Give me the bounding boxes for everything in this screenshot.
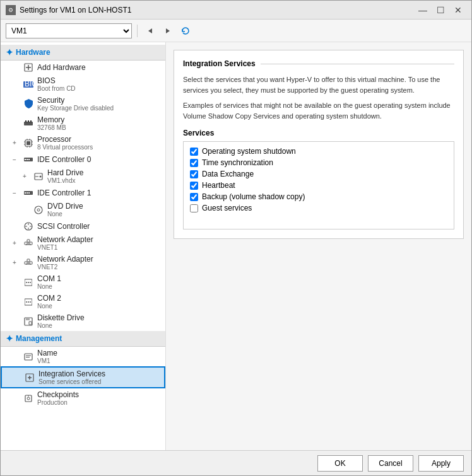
svg-rect-31	[28, 192, 30, 194]
main-panel: Integration Services Select the services…	[166, 42, 471, 450]
integration-services-panel: Integration Services Select the services…	[174, 50, 464, 239]
sidebar-item-com1[interactable]: COM 1 None	[1, 272, 165, 292]
cancel-button[interactable]: Cancel	[368, 455, 413, 472]
svg-rect-60	[26, 318, 30, 320]
sidebar-item-scsi[interactable]: SCSI Controller	[1, 219, 165, 233]
back-button[interactable]	[143, 23, 158, 38]
hard-drive-icon	[33, 171, 44, 182]
network-adapter-2-label: Network Adapter VNET2	[37, 255, 93, 270]
titlebar-controls: — ☐ ✕	[415, 4, 466, 16]
ide0-label: IDE Controller 0	[37, 155, 91, 164]
dvd-drive-label: DVD Drive None	[47, 202, 83, 218]
toolbar: VM1	[1, 20, 471, 42]
checkbox-guest-services[interactable]	[190, 204, 198, 212]
bottom-bar: OK Cancel Apply	[1, 450, 471, 475]
apply-button[interactable]: Apply	[418, 455, 464, 472]
expand-icon-ide0: −	[11, 156, 18, 163]
svg-rect-9	[28, 120, 29, 122]
com2-label: COM 2 None	[37, 294, 61, 310]
sidebar-item-processor[interactable]: + Processor 8 Virtual processors	[1, 133, 165, 153]
refresh-button[interactable]	[178, 23, 193, 38]
service-backup: Backup (volume shadow copy)	[190, 191, 447, 202]
management-section-header: ✦ Management	[1, 331, 165, 347]
add-hardware-icon	[23, 62, 33, 73]
description-text: Select the services that you want Hyper-…	[183, 74, 454, 95]
sidebar-item-network-adapter-1[interactable]: + Network Adapter VNET1	[1, 233, 165, 253]
security-label: Security Key Storage Drive disabled	[37, 96, 114, 112]
network-adapter-1-icon	[23, 238, 33, 248]
checkbox-backup[interactable]	[190, 193, 198, 201]
service-data-exchange: Data Exchange	[190, 168, 447, 180]
svg-point-56	[26, 301, 27, 303]
minimize-button[interactable]: —	[415, 4, 431, 16]
toolbar-separator	[137, 25, 138, 37]
add-hardware-label: Add Hardware	[37, 63, 86, 72]
service-os-shutdown-label: Operating system shutdown	[202, 147, 296, 156]
window-title: Settings for VM1 on LON-HOST1	[20, 6, 411, 15]
svg-rect-10	[30, 120, 32, 122]
sidebar-item-bios[interactable]: BIOS BIOS Boot from CD	[1, 74, 165, 94]
svg-point-58	[30, 301, 31, 303]
svg-rect-46	[27, 259, 30, 262]
svg-rect-47	[30, 262, 32, 264]
ok-button[interactable]: OK	[317, 455, 363, 472]
expand-icon-integration	[12, 374, 20, 381]
expand-icon-bios	[11, 81, 18, 88]
close-button[interactable]: ✕	[450, 4, 466, 16]
sidebar-item-com2[interactable]: COM 2 None	[1, 292, 165, 311]
sidebar-item-security[interactable]: Security Key Storage Drive disabled	[1, 94, 165, 113]
sidebar-item-dvd-drive[interactable]: DVD Drive None	[1, 200, 165, 219]
sidebar-item-checkpoints[interactable]: Checkpoints Production	[1, 388, 165, 408]
svg-point-26	[40, 175, 42, 177]
network-adapter-1-label: Network Adapter VNET1	[37, 235, 93, 251]
main-window: ⚙ Settings for VM1 on LON-HOST1 — ☐ ✕ VM…	[0, 0, 472, 476]
forward-button[interactable]	[160, 23, 175, 38]
sidebar-item-name[interactable]: Name VM1	[1, 347, 165, 366]
sidebar-item-add-hardware[interactable]: Add Hardware	[1, 61, 165, 74]
sidebar-item-ide1[interactable]: − IDE Controller 1	[1, 186, 165, 200]
vm-selector[interactable]: VM1	[6, 23, 132, 38]
panel-header: Integration Services	[183, 59, 454, 68]
panel-title: Integration Services	[183, 59, 256, 68]
expand-icon-security	[11, 100, 18, 108]
com1-icon	[23, 277, 33, 287]
processor-icon	[23, 138, 33, 148]
sidebar-item-diskette[interactable]: Diskette Drive None	[1, 311, 165, 331]
scsi-icon	[23, 221, 33, 231]
panel-title-divider	[261, 64, 454, 64]
security-icon	[23, 99, 33, 109]
com1-label: COM 1 None	[37, 274, 61, 290]
sidebar-item-network-adapter-2[interactable]: + Network Adapter VNET2	[1, 253, 165, 272]
expand-icon-scsi	[11, 223, 18, 230]
svg-point-52	[26, 282, 27, 283]
expand-icon-com1	[11, 279, 18, 286]
service-data-exchange-label: Data Exchange	[202, 170, 254, 178]
svg-rect-29	[25, 192, 26, 194]
svg-point-54	[30, 282, 31, 283]
checkbox-time-sync[interactable]	[190, 159, 198, 167]
svg-point-32	[35, 206, 42, 214]
dvd-drive-icon	[33, 205, 44, 215]
hardware-star-icon: ✦	[6, 47, 13, 57]
checkbox-heartbeat[interactable]	[190, 182, 198, 190]
memory-label: Memory 32768 MB	[37, 115, 66, 131]
sidebar-item-integration-services[interactable]: Integration Services Some services offer…	[1, 366, 165, 388]
sidebar-item-hard-drive[interactable]: + Hard Drive VM1.vhdx	[1, 166, 165, 186]
svg-marker-1	[166, 28, 170, 33]
checkbox-os-shutdown[interactable]	[190, 148, 198, 156]
expand-icon-processor: +	[11, 139, 18, 147]
checkbox-data-exchange[interactable]	[190, 170, 198, 178]
svg-rect-40	[27, 240, 30, 242]
content-area: ✦ Hardware Add Hardware BIOS	[1, 42, 471, 450]
checkpoints-icon	[23, 393, 33, 403]
sidebar-item-ide0[interactable]: − IDE Controller 0	[1, 153, 165, 166]
svg-point-69	[27, 397, 30, 400]
sidebar: ✦ Hardware Add Hardware BIOS	[1, 42, 166, 450]
examples-text: Examples of services that might not be a…	[183, 100, 454, 121]
maximize-button[interactable]: ☐	[432, 4, 449, 16]
sidebar-item-memory[interactable]: Memory 32768 MB	[1, 113, 165, 133]
expand-icon-dvd	[21, 206, 28, 214]
services-section-label: Services	[183, 129, 454, 137]
com2-icon	[23, 297, 33, 307]
integration-services-label: Integration Services Some services offer…	[38, 369, 105, 385]
